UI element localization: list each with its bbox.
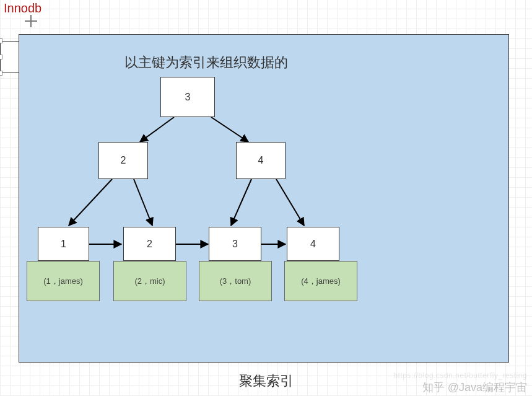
node-value: 1 (61, 239, 66, 250)
leaf-data-value: (2，mic) (134, 276, 165, 287)
leaf-data-node: (2，mic) (113, 261, 186, 301)
diagram-panel: 以主键为索引来组织数据的 3 (19, 34, 509, 363)
node-value: 3 (232, 239, 238, 250)
tree-diagram: 3 2 4 1 2 3 4 (1，james) (2，mic) (3，tom) (19, 35, 508, 362)
resize-handle[interactable] (0, 38, 2, 43)
leaf-data-node: (1，james) (27, 261, 100, 301)
watermark: 知乎 @Java编程宇宙 (422, 380, 527, 395)
svg-line-0 (140, 117, 174, 142)
leaf-key-node: 4 (287, 227, 339, 261)
node-value: 2 (147, 239, 152, 250)
leaf-data-value: (1，james) (43, 276, 83, 287)
leaf-key-node: 3 (209, 227, 261, 261)
leaf-key-node: 2 (123, 227, 176, 261)
tree-edges (19, 35, 508, 362)
svg-line-3 (134, 179, 152, 226)
leaf-key-node: 1 (38, 227, 89, 261)
svg-line-1 (211, 117, 248, 142)
tree-node-right: 4 (236, 142, 286, 179)
svg-line-5 (276, 179, 304, 226)
resize-handle[interactable] (0, 71, 2, 76)
leaf-data-node: (3，tom) (199, 261, 272, 301)
leaf-data-value: (3，tom) (220, 276, 251, 287)
node-value: 4 (258, 155, 264, 166)
resize-handle[interactable] (0, 55, 2, 59)
node-value: 2 (121, 155, 126, 166)
tree-node-left: 2 (98, 142, 148, 179)
leaf-data-node: (4，james) (284, 261, 357, 301)
node-value: 3 (185, 92, 191, 103)
move-cursor-icon (24, 14, 38, 29)
tree-root-node: 3 (160, 77, 215, 117)
watermark-secondary: https://blog.csdn.net/butterfly_resting (393, 371, 527, 380)
leaf-data-value: (4，james) (301, 276, 341, 287)
svg-line-4 (231, 179, 251, 226)
svg-line-2 (69, 179, 112, 226)
node-value: 4 (310, 239, 316, 250)
